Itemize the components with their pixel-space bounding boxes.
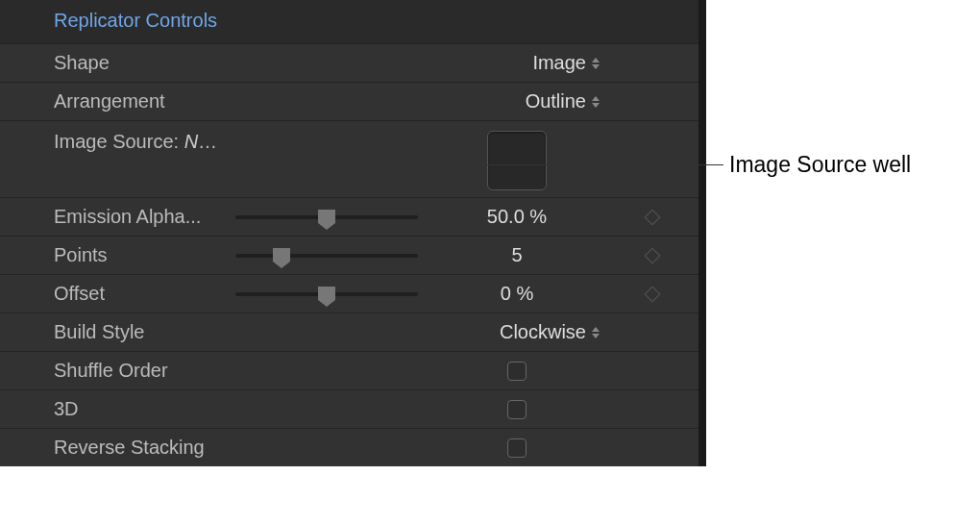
slider-thumb[interactable] [318,287,335,300]
label-points: Points [0,244,221,266]
section-header: Replicator Controls [0,0,698,43]
keyframe-icon[interactable] [644,209,660,225]
callout-text: Image Source well [729,152,911,178]
keyframe-icon[interactable] [644,247,660,263]
updown-icon [592,94,601,110]
slider-thumb[interactable] [318,210,335,223]
slider-points[interactable] [235,254,418,258]
row-build-style: Build Style Clockwise [0,312,698,351]
row-offset: Offset 0 % [0,274,698,312]
checkbox-reverse-stacking[interactable] [507,438,527,458]
label-3d: 3D [0,398,221,420]
popup-arrangement-value: Outline [526,90,586,112]
label-shuffle-order: Shuffle Order [0,360,221,382]
label-emission-alpha: Emission Alpha... [0,206,221,228]
row-points: Points 5 [0,236,698,274]
updown-icon [592,325,601,340]
popup-shape-value: Image [532,52,586,74]
label-offset: Offset [0,283,221,305]
value-emission-alpha[interactable]: 50.0 % [487,206,547,228]
image-source-well[interactable] [487,131,547,190]
popup-build-style[interactable]: Clockwise [432,321,605,343]
inspector-panel: Replicator Controls Shape Image Arrangem… [0,0,706,466]
label-image-source: Image Source: None [0,131,221,153]
popup-arrangement[interactable]: Outline [432,90,605,112]
keyframe-icon[interactable] [644,286,660,302]
updown-icon [592,56,601,71]
row-shape: Shape Image [0,43,698,82]
row-emission-alpha: Emission Alpha... 50.0 % [0,197,698,236]
label-shape: Shape [0,52,221,74]
popup-build-style-value: Clockwise [500,321,586,343]
row-reverse-stacking: Reverse Stacking [0,428,698,466]
checkbox-3d[interactable] [507,400,527,419]
checkbox-shuffle-order[interactable] [507,362,527,381]
callout-annotation: Image Source well [706,152,911,178]
row-shuffle-order: Shuffle Order [0,351,698,389]
value-points[interactable]: 5 [511,244,522,266]
label-reverse-stacking: Reverse Stacking [0,437,221,459]
slider-emission-alpha[interactable] [235,215,418,219]
slider-thumb[interactable] [273,248,290,262]
label-build-style: Build Style [0,321,221,343]
row-arrangement: Arrangement Outline [0,82,698,120]
callout-line [483,164,723,165]
row-image-source: Image Source: None [0,120,698,197]
popup-shape[interactable]: Image [432,52,605,74]
label-arrangement: Arrangement [0,90,221,112]
value-offset[interactable]: 0 % [501,283,533,305]
slider-offset[interactable] [235,292,418,296]
row-3d: 3D [0,389,698,428]
